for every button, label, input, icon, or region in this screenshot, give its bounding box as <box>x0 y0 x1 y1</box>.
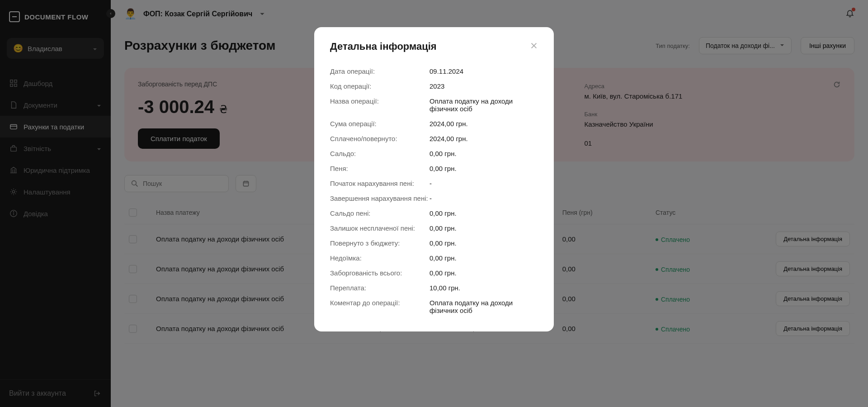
modal-key: Завершення нарахування пені: <box>330 194 429 202</box>
modal-title: Детальна інформація <box>330 41 530 52</box>
modal-row: Повернуто з бюджету:0,00 грн. <box>330 236 538 251</box>
modal-key: Залишок несплаченої пені: <box>330 224 429 232</box>
modal-key: Заборгованість всього: <box>330 269 429 277</box>
modal-value: 2024,00 грн. <box>429 120 538 128</box>
modal-value: Оплата податку на доходи фізичних осіб <box>429 299 538 314</box>
modal-row: Дата операції:09.11.2024 <box>330 64 538 79</box>
modal-row: Завершення нарахування пені:- <box>330 191 538 206</box>
modal-value: 09.11.2024 <box>429 67 538 75</box>
modal-value: 2024,00 грн. <box>429 135 538 142</box>
close-icon[interactable] <box>530 42 538 52</box>
modal-value: - <box>429 194 538 202</box>
modal-row: Сальдо:0,00 грн. <box>330 146 538 161</box>
modal-key: Сума операції: <box>330 120 429 128</box>
modal-row: Пеня:0,00 грн. <box>330 161 538 176</box>
modal-row: Сплачено/повернуто:2024,00 грн. <box>330 131 538 146</box>
modal-row: Назва операції:Оплата податку на доходи … <box>330 94 538 116</box>
modal-key: Код операції: <box>330 82 429 90</box>
modal-row: Сальдо пені:0,00 грн. <box>330 206 538 221</box>
modal-row: Переплата:10,00 грн. <box>330 280 538 295</box>
modal-value: 0,00 грн. <box>429 165 538 172</box>
modal-key: Сальдо пені: <box>330 209 429 217</box>
modal-key: Переплата: <box>330 284 429 292</box>
modal-key: Коментар до операції: <box>330 299 429 314</box>
modal-overlay[interactable]: Детальна інформація Дата операції:09.11.… <box>0 0 868 407</box>
modal-row: Початок нарахування пені:- <box>330 176 538 191</box>
modal-key: Сплачено/повернуто: <box>330 135 429 142</box>
modal-value: Оплата податку на доходи фізичних осіб <box>429 97 538 113</box>
modal-value: 0,00 грн. <box>429 150 538 157</box>
modal-key: Пеня: <box>330 165 429 172</box>
modal-key: Недоїмка: <box>330 254 429 262</box>
modal-key: Дата операції: <box>330 67 429 75</box>
modal-row: Залишок несплаченої пені:0,00 грн. <box>330 221 538 236</box>
modal-value: 2023 <box>429 82 538 90</box>
modal-row: Коментар до операції:Оплата податку на д… <box>330 295 538 318</box>
modal-value: 0,00 грн. <box>429 239 538 247</box>
details-modal: Детальна інформація Дата операції:09.11.… <box>314 27 554 331</box>
modal-value: 0,00 грн. <box>429 209 538 217</box>
modal-row: Заборгованість всього:0,00 грн. <box>330 265 538 280</box>
modal-key: Назва операції: <box>330 97 429 113</box>
modal-key: Початок нарахування пені: <box>330 180 429 187</box>
modal-value: 0,00 грн. <box>429 224 538 232</box>
modal-row: Код операції:2023 <box>330 79 538 94</box>
modal-value: - <box>429 180 538 187</box>
modal-value: 10,00 грн. <box>429 284 538 292</box>
modal-value: 0,00 грн. <box>429 269 538 277</box>
modal-row: Недоїмка:0,00 грн. <box>330 251 538 265</box>
modal-row: Сума операції:2024,00 грн. <box>330 116 538 131</box>
modal-key: Повернуто з бюджету: <box>330 239 429 247</box>
modal-key: Сальдо: <box>330 150 429 157</box>
modal-value: 0,00 грн. <box>429 254 538 262</box>
